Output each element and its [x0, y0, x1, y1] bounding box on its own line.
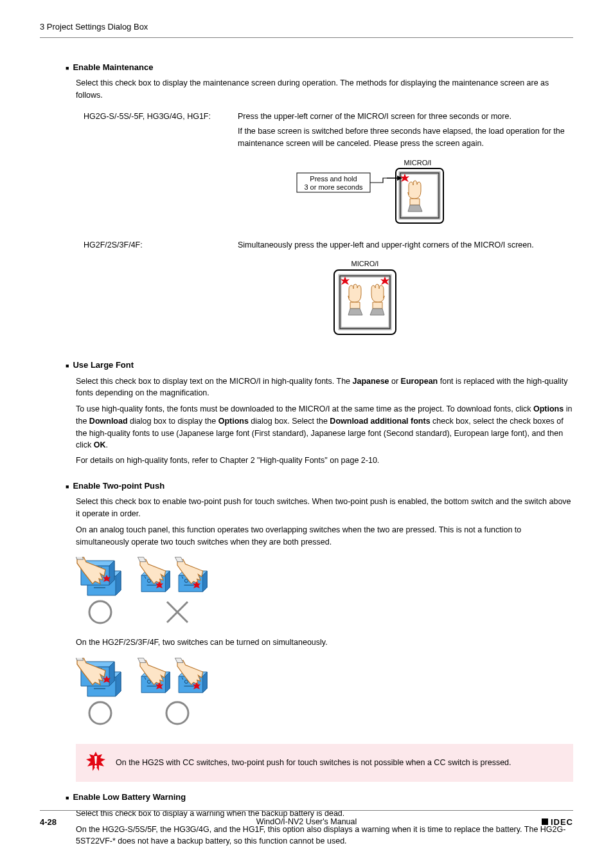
footer-rule [40, 810, 573, 811]
figure1-device-label: MICRO/I [404, 159, 432, 167]
footer-center-text: WindO/I-NV2 User's Manual [256, 816, 357, 828]
device-label-2: HG2F/2S/3F/4F: [66, 239, 238, 347]
svg-point-9 [89, 601, 111, 623]
header-rule [40, 37, 573, 38]
bullet-icon: ■ [66, 361, 69, 371]
figure2-device-label: MICRO/I [351, 260, 379, 267]
row1-p2: If the base screen is switched before th… [238, 125, 573, 150]
idec-logo: IDEC [542, 816, 573, 829]
svg-point-10 [89, 702, 111, 724]
enable-maintenance-title: Enable Maintenance [73, 61, 153, 74]
figure1-box-line2: 3 or more seconds [304, 183, 363, 191]
bullet-icon: ■ [66, 64, 69, 73]
svg-point-12 [94, 765, 97, 768]
figure-micro-i-2: MICRO/I [238, 260, 573, 341]
device-label-1: HG2G-S/-5S/-5F, HG3G/4G, HG1F: [66, 111, 238, 235]
figure1-box-line1: Press and hold [310, 175, 357, 183]
enable-two-point-p3: On the HG2F/2S/3F/4F, two switches can b… [76, 637, 573, 649]
bullet-icon: ■ [66, 793, 69, 803]
two-point-illustration-2 [76, 658, 573, 732]
use-large-font-p1: Select this check box to display text on… [76, 375, 573, 400]
warning-box: On the HG2S with CC switches, two-point … [76, 744, 573, 782]
warning-icon [85, 750, 107, 776]
section-header: 3 Project Settings Dialog Box [40, 21, 573, 33]
enable-two-point-p1: Select this check box to enable two-poin… [76, 496, 573, 520]
use-large-font-title: Use Large Font [73, 359, 134, 372]
warning-text: On the HG2S with CC switches, two-point … [116, 757, 564, 769]
enable-low-battery-title: Enable Low Battery Warning [73, 791, 186, 804]
enable-two-point-p2: On an analog touch panel, this function … [76, 524, 573, 548]
use-large-font-p2: To use high-quality fonts, the fonts mus… [76, 403, 573, 451]
svg-point-11 [166, 702, 188, 724]
row2-p1: Simultaneously press the upper-left and … [238, 239, 573, 251]
enable-two-point-title: Enable Two-point Push [73, 480, 164, 493]
row1-p1: Press the upper-left corner of the MICRO… [238, 111, 573, 123]
enable-maintenance-intro: Select this check box to display the mai… [76, 77, 573, 102]
bullet-icon: ■ [66, 482, 69, 492]
page-number: 4-28 [40, 816, 57, 829]
two-point-illustration-1 [76, 557, 573, 631]
use-large-font-p3: For details on high-quality fonts, refer… [76, 455, 573, 467]
figure-micro-i-1: MICRO/I [238, 159, 573, 230]
